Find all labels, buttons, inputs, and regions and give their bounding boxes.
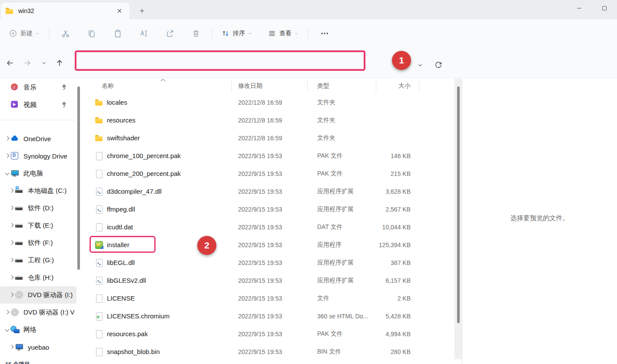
- rename-button[interactable]: [134, 25, 154, 42]
- close-tab-icon[interactable]: [114, 5, 125, 17]
- folder-icon: [95, 98, 103, 107]
- column-headers: 名称 修改日期 类型 大小: [85, 79, 454, 93]
- view-button[interactable]: 查看: [265, 25, 302, 42]
- preview-message: 选择要预览的文件。: [462, 214, 617, 222]
- drive-c-icon: [15, 186, 23, 195]
- file-row-resources[interactable]: resources 2022/12/8 16:59 文件夹: [85, 111, 454, 129]
- file-row-LICENSE[interactable]: LICENSE 2022/9/15 19:53 文件 2 KB: [85, 289, 454, 307]
- up-arrow-icon: [55, 58, 64, 68]
- plus-circle-icon: [9, 29, 17, 38]
- paste-button[interactable]: [108, 25, 128, 42]
- share-button[interactable]: [160, 25, 180, 42]
- expander-icon: [4, 170, 10, 176]
- file-row-snapshot_blob.bin[interactable]: snapshot_blob.bin 2022/9/15 19:53 BIN 文件…: [85, 343, 454, 361]
- copy-button[interactable]: [82, 25, 102, 42]
- file-row-chrome_200_percent.pak[interactable]: chrome_200_percent.pak 2022/9/15 19:53 P…: [85, 165, 454, 182]
- new-label: 新建: [20, 30, 33, 37]
- sidebar-item-onedrive[interactable]: OneDrive: [0, 130, 76, 147]
- file-row-swiftshader[interactable]: swiftshader 2022/12/8 16:59 文件夹: [85, 129, 454, 147]
- tab-win32[interactable]: win32: [1, 3, 129, 19]
- dll-icon: [95, 187, 103, 196]
- file-list: 名称 修改日期 类型 大小 locales 2022/12/8 16:59 文件…: [85, 79, 454, 364]
- sidebar-item-yuebao[interactable]: yuebao: [0, 338, 76, 356]
- column-header-type[interactable]: 类型: [308, 79, 376, 93]
- new-button[interactable]: 新建: [6, 25, 43, 42]
- file-type: 文件夹: [308, 99, 376, 106]
- expander-icon: [9, 240, 15, 246]
- folder-icon: [5, 7, 14, 15]
- file-type: 应用程序: [308, 241, 376, 249]
- sidebar-item-this-pc[interactable]: 此电脑: [0, 165, 76, 182]
- sidebar-item-drive-h[interactable]: 仓库 (H:): [0, 269, 76, 286]
- sidebar-item-synology-drive[interactable]: Synology Drive: [0, 147, 76, 165]
- sidebar-item-drive-d[interactable]: 软件 (D:): [0, 199, 76, 217]
- sidebar-item-network[interactable]: 网络: [0, 321, 76, 338]
- file-size: 4,994 KB: [376, 331, 419, 338]
- sort-button[interactable]: 排序: [219, 25, 255, 42]
- file-row-libEGL.dll[interactable]: libEGL.dll 2022/9/15 19:53 应用程序扩展 387 KB: [85, 254, 454, 271]
- file-list-scrollbar-thumb[interactable]: [457, 86, 460, 323]
- file-row-chrome_100_percent.pak[interactable]: chrome_100_percent.pak 2022/9/15 19:53 P…: [85, 147, 454, 165]
- recent-locations-button[interactable]: [37, 56, 50, 69]
- chevron-down-icon: [34, 30, 40, 36]
- file-type: PAK 文件: [308, 152, 376, 160]
- file-date: 2022/9/15 19:53: [232, 348, 308, 355]
- toolbar-divider: [212, 28, 212, 39]
- column-header-size[interactable]: 大小: [376, 79, 419, 93]
- file-row-installer[interactable]: installer 2022/9/15 19:53 应用程序 125,394 K…: [85, 236, 454, 254]
- sidebar-item-dvd-drive-i[interactable]: DVD 驱动器 (I:): [0, 286, 76, 304]
- drive-icon: [15, 238, 23, 247]
- column-header-name[interactable]: 名称: [85, 79, 232, 93]
- up-button[interactable]: [53, 56, 66, 69]
- items-count: 15 个项目: [0, 361, 30, 364]
- sidebar-item-local-disk-c[interactable]: 本地磁盘 (C:): [0, 182, 76, 199]
- sidebar-item-video[interactable]: 视频: [0, 96, 76, 113]
- file-type: PAK 文件: [308, 330, 376, 338]
- dll-icon: [95, 276, 103, 285]
- sidebar-item-drive-f[interactable]: 软件 (F:): [0, 234, 76, 251]
- file-row-locales[interactable]: locales 2022/12/8 16:59 文件夹: [85, 93, 454, 111]
- file-row-resources.pak[interactable]: resources.pak 2022/9/15 19:53 PAK 文件 4,9…: [85, 325, 454, 343]
- refresh-button[interactable]: [432, 59, 445, 72]
- file-row-LICENSES.chromium[interactable]: LICENSES.chromium 2022/9/15 19:53 360 se…: [85, 307, 454, 325]
- view-lines-icon: [268, 29, 276, 38]
- sidebar-scrollbar[interactable]: [77, 86, 80, 270]
- delete-button[interactable]: [186, 25, 206, 42]
- forward-arrow-icon: [23, 58, 32, 68]
- sidebar-item-drive-e[interactable]: 下载 (E:): [0, 217, 76, 234]
- back-button[interactable]: [3, 56, 17, 69]
- file-row-icudtl.dat[interactable]: icudtl.dat 2022/9/15 19:53 DAT 文件 10,044…: [85, 218, 454, 236]
- column-header-date[interactable]: 修改日期: [232, 79, 308, 93]
- file-name: d3dcompiler_47.dll: [107, 188, 162, 195]
- file-row-d3dcompiler_47.dll[interactable]: d3dcompiler_47.dll 2022/9/15 19:53 应用程序扩…: [85, 182, 454, 200]
- sort-label: 排序: [233, 30, 245, 37]
- file-type: 文件夹: [308, 116, 376, 124]
- dll-icon: [95, 258, 103, 267]
- file-row-ffmpeg.dll[interactable]: ffmpeg.dll 2022/9/15 19:53 应用程序扩展 2,567 …: [85, 200, 454, 218]
- tab-title: win32: [18, 7, 114, 14]
- html-document-icon: [95, 312, 103, 321]
- minimize-button[interactable]: [567, 0, 592, 17]
- sidebar-item-dvd-drive-i-2[interactable]: DVD 驱动器 (I:) V: [0, 304, 76, 321]
- expander-icon: [4, 102, 10, 108]
- new-tab-button[interactable]: [136, 4, 149, 17]
- more-options-button[interactable]: [315, 25, 335, 42]
- file-date: 2022/12/8 16:59: [232, 135, 308, 142]
- sidebar-item-drive-g[interactable]: 工程 (G:): [0, 251, 76, 269]
- file-size: 387 KB: [376, 259, 419, 266]
- file-type: DAT 文件: [308, 223, 376, 231]
- address-dropdown-button[interactable]: [414, 59, 427, 72]
- network-icon: [10, 325, 19, 334]
- file-size: 6,157 KB: [376, 277, 419, 284]
- maximize-button[interactable]: [592, 0, 617, 17]
- forward-button[interactable]: [21, 56, 34, 69]
- drive-icon: [15, 204, 23, 212]
- content-area: 音乐 视频 OneDrive Synology Drive 此电脑 本地磁盘 (…: [0, 79, 617, 364]
- status-bar: 15 个项目: [0, 360, 174, 364]
- cut-button[interactable]: [56, 25, 76, 42]
- file-size: 215 KB: [376, 170, 419, 177]
- file-list-scrollbar-track[interactable]: [454, 79, 462, 359]
- expander-icon: [4, 84, 10, 90]
- sidebar-item-music[interactable]: 音乐: [0, 79, 76, 96]
- file-row-libGLESv2.dll[interactable]: libGLESv2.dll 2022/9/15 19:53 应用程序扩展 6,1…: [85, 271, 454, 289]
